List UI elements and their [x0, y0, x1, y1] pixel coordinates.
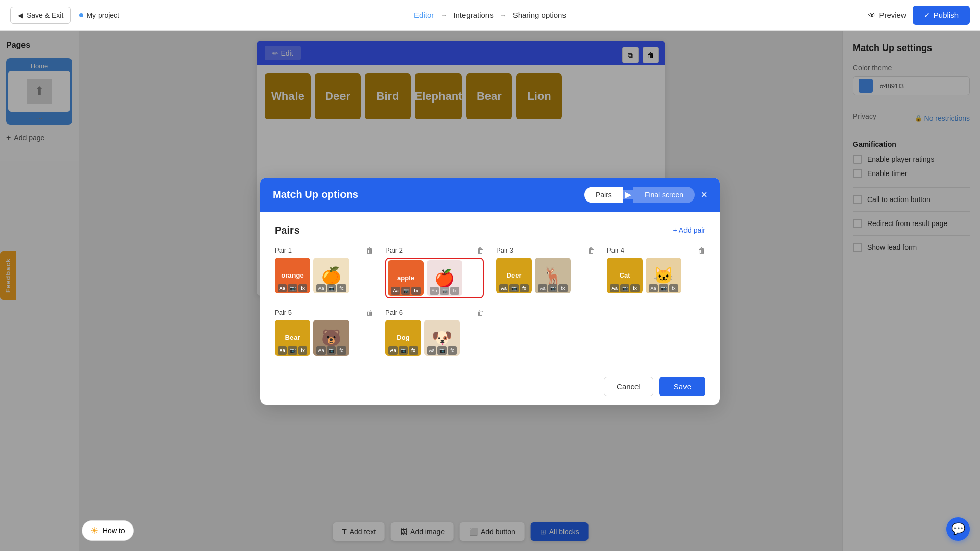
pair-5-left[interactable]: Bear Aa 📷 fx — [275, 320, 310, 356]
topbar-right: 👁 Preview ✓ Publish — [868, 6, 970, 25]
pair-1-left-toolbar: Aa 📷 fx — [278, 284, 307, 292]
pair-3-right[interactable]: 🦌 Aa 📷 fx — [535, 258, 571, 293]
tool-fx-3r[interactable]: fx — [558, 284, 568, 292]
pair-1-cards: orange Aa 📷 fx 🍊 Aa 📷 — [275, 258, 373, 293]
pair-1-left[interactable]: orange Aa 📷 fx — [275, 258, 310, 293]
tool-img-2r[interactable]: 📷 — [440, 287, 449, 295]
pair-6-header: Pair 6 🗑 — [385, 309, 484, 317]
pair-4-label: Pair 4 — [607, 246, 624, 254]
pair-1-group: Pair 1 🗑 orange Aa 📷 fx — [275, 246, 373, 298]
check-icon: ✓ — [924, 11, 930, 20]
tool-fx-4r[interactable]: fx — [669, 284, 678, 292]
tool-fx-6l[interactable]: fx — [409, 346, 418, 355]
tool-aa[interactable]: Aa — [278, 284, 287, 292]
save-button[interactable]: Save — [659, 377, 705, 396]
tool-img[interactable]: 📷 — [288, 284, 297, 292]
tool-aa-6l[interactable]: Aa — [388, 346, 398, 355]
tool-fx-5r[interactable]: fx — [337, 346, 346, 355]
publish-label: Publish — [934, 11, 959, 19]
tab-final-screen[interactable]: Final screen — [633, 187, 695, 203]
pair-2-left[interactable]: apple Aa 📷 fx — [388, 260, 424, 296]
tool-aa-5r[interactable]: Aa — [316, 346, 326, 355]
tool-img-3l[interactable]: 📷 — [509, 284, 519, 292]
tool-fx-2r[interactable]: fx — [450, 287, 459, 295]
nav-arrow-2: → — [500, 11, 507, 19]
tool-fx-6r[interactable]: fx — [448, 346, 457, 355]
tool-fx-2l[interactable]: fx — [411, 287, 421, 295]
preview-button[interactable]: 👁 Preview — [868, 11, 906, 19]
pair-1-right[interactable]: 🍊 Aa 📷 fx — [313, 258, 349, 293]
nav-center: Editor → Integrations → Sharing options — [414, 11, 566, 19]
chat-icon: 💬 — [951, 522, 965, 536]
tool-aa-3r[interactable]: Aa — [538, 284, 547, 292]
pair-6-left-text: Dog — [397, 334, 409, 341]
nav-integrations[interactable]: Integrations — [453, 11, 493, 19]
pair-5-delete[interactable]: 🗑 — [366, 309, 373, 317]
save-exit-button[interactable]: ◀ Save & Exit — [10, 7, 71, 24]
nav-sharing[interactable]: Sharing options — [513, 11, 566, 19]
chat-button[interactable]: 💬 — [946, 517, 970, 541]
pair-1-header: Pair 1 🗑 — [275, 246, 373, 255]
save-exit-label: Save & Exit — [27, 11, 63, 19]
tool-img-4r[interactable]: 📷 — [659, 284, 668, 292]
pair-3-delete[interactable]: 🗑 — [587, 246, 595, 255]
eye-icon: 👁 — [868, 11, 876, 19]
pair-5-label: Pair 5 — [275, 309, 292, 316]
tool-aa-2r[interactable]: Aa — [430, 287, 439, 295]
pair-6-label: Pair 6 — [385, 309, 403, 316]
pair-4-right[interactable]: 🐱 Aa 📷 fx — [646, 258, 681, 293]
pair-2-right[interactable]: 🍎 Aa 📷 fx — [427, 260, 462, 296]
nav-editor[interactable]: Editor — [414, 11, 434, 19]
how-to-button[interactable]: ☀ How to — [82, 520, 134, 541]
tool-aa-3l[interactable]: Aa — [499, 284, 508, 292]
tool-img-5l[interactable]: 📷 — [288, 346, 297, 355]
tool-fx-5l[interactable]: fx — [298, 346, 307, 355]
tool-fx-4l[interactable]: fx — [630, 284, 640, 292]
pair-3-cards: Deer Aa 📷 fx 🦌 Aa 📷 — [496, 258, 595, 293]
tool-aa-4r[interactable]: Aa — [649, 284, 658, 292]
pair-4-left[interactable]: Cat Aa 📷 fx — [607, 258, 643, 293]
tool-img-r[interactable]: 📷 — [327, 284, 336, 292]
pair-5-left-text: Bear — [285, 334, 300, 341]
pair-4-left-text: Cat — [620, 271, 630, 279]
pair-6-left[interactable]: Dog Aa 📷 fx — [385, 320, 421, 356]
publish-button[interactable]: ✓ Publish — [913, 6, 970, 25]
how-to-label: How to — [103, 527, 125, 535]
modal-close-button[interactable]: × — [701, 189, 707, 201]
project-name-label: My project — [86, 11, 119, 19]
tool-img-2l[interactable]: 📷 — [401, 287, 410, 295]
tab-pairs[interactable]: Pairs — [584, 187, 623, 203]
pair-5-right[interactable]: 🐻 Aa 📷 fx — [313, 320, 349, 356]
pair-1-delete[interactable]: 🗑 — [366, 246, 373, 255]
tool-fx-r[interactable]: fx — [337, 284, 346, 292]
pair-2-header: Pair 2 🗑 — [385, 246, 484, 255]
cancel-button[interactable]: Cancel — [604, 377, 653, 396]
tool-img-4l[interactable]: 📷 — [620, 284, 629, 292]
pair-6-right[interactable]: 🐶 Aa 📷 fx — [424, 320, 460, 356]
tool-aa-r[interactable]: Aa — [316, 284, 326, 292]
tool-fx[interactable]: fx — [298, 284, 307, 292]
pair-6-delete[interactable]: 🗑 — [477, 309, 484, 317]
tool-img-3r[interactable]: 📷 — [548, 284, 557, 292]
pair-6-group: Pair 6 🗑 Dog Aa 📷 fx — [385, 309, 484, 356]
modal-overlay: Match Up options Pairs ▶ Final screen × … — [0, 31, 980, 551]
pairs-grid: Pair 1 🗑 orange Aa 📷 fx — [275, 246, 705, 356]
tool-img-6r[interactable]: 📷 — [437, 346, 447, 355]
pair-4-delete[interactable]: 🗑 — [698, 246, 705, 255]
modal-title: Match Up options — [273, 189, 358, 201]
tool-img-6l[interactable]: 📷 — [399, 346, 408, 355]
pair-3-left[interactable]: Deer Aa 📷 fx — [496, 258, 532, 293]
tool-img-5r[interactable]: 📷 — [327, 346, 336, 355]
tool-aa-4l[interactable]: Aa — [610, 284, 619, 292]
modal-body-header: Pairs + Add pair — [275, 224, 705, 236]
pair-2-label: Pair 2 — [385, 246, 403, 254]
tool-aa-6r[interactable]: Aa — [427, 346, 436, 355]
topbar: ◀ Save & Exit My project Editor → Integr… — [0, 0, 980, 31]
tool-aa-2l[interactable]: Aa — [391, 287, 400, 295]
tool-aa-5l[interactable]: Aa — [278, 346, 287, 355]
add-pair-button[interactable]: + Add pair — [673, 226, 705, 234]
pair-1-left-text: orange — [281, 271, 303, 279]
pair-5-header: Pair 5 🗑 — [275, 309, 373, 317]
tool-fx-3l[interactable]: fx — [520, 284, 529, 292]
pair-2-delete[interactable]: 🗑 — [477, 246, 484, 255]
